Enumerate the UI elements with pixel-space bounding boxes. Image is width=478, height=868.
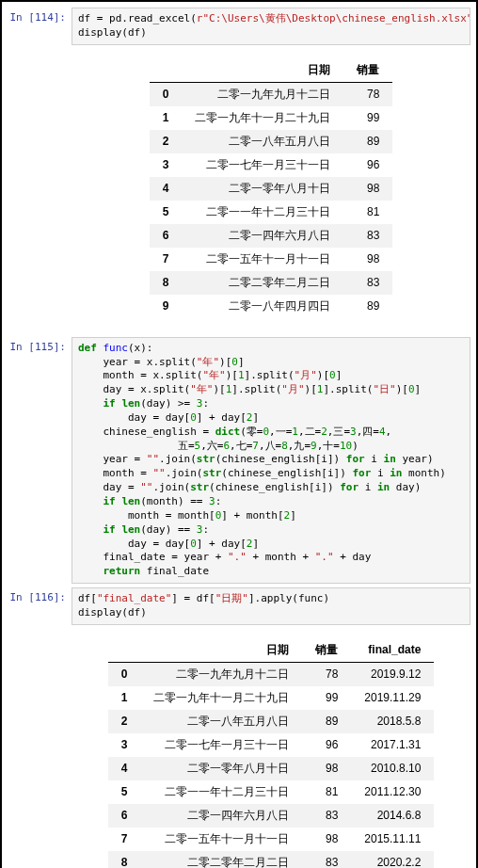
code-text: if <box>104 397 116 410</box>
cell-val: 96 <box>302 733 351 757</box>
code-text: ] + month[ <box>221 509 283 522</box>
code-text: 3 <box>209 495 215 507</box>
code-text: ,九= <box>288 440 311 452</box>
code-text: for <box>346 453 365 465</box>
table-row: 1二零一九年十一月二十九日992019.11.29 <box>108 686 435 710</box>
code-text <box>78 565 104 577</box>
cell-date: 二零一零年八月十日 <box>140 757 302 780</box>
table-row: 2二零一八年五月八日892018.5.8 <box>108 710 435 733</box>
code-text: len <box>121 523 140 536</box>
prompt-in-115: In [115]: <box>8 337 72 353</box>
cell-final-date: 2014.6.8 <box>351 804 434 828</box>
cell-final-date: 2019.9.12 <box>351 662 434 686</box>
cell-date: 二零一四年六月八日 <box>140 804 302 828</box>
table-header-index <box>150 58 183 83</box>
cell-date: 二零一四年六月八日 <box>182 224 343 248</box>
code-text: 8 <box>281 440 288 452</box>
code-text: ].split( <box>245 369 295 381</box>
cell-date: 二零一九年九月十二日 <box>182 82 343 106</box>
cell-date: 二零一五年十一月十一日 <box>140 828 302 851</box>
cell-val: 98 <box>343 177 392 201</box>
code-text: (month) == <box>140 495 209 507</box>
code-text: ] <box>415 383 422 395</box>
code-text: )[ <box>226 369 238 381</box>
code-text <box>78 523 104 536</box>
code-text: ,一= <box>269 426 292 438</box>
cell-116-input: In [116]: df["final_date"] = df["日期"].ap… <box>2 586 476 627</box>
code-text: "." <box>315 551 334 563</box>
code-text: 五= <box>78 440 195 452</box>
code-text: ] = df[ <box>171 592 215 604</box>
code-text: for <box>340 481 358 493</box>
row-index: 1 <box>150 106 183 130</box>
table-row: 5二零一一年十二月三十日81 <box>150 201 393 224</box>
code-text: year) <box>396 453 434 465</box>
code-text: str <box>197 453 215 465</box>
code-text: display(df) <box>78 606 147 619</box>
table-header-val: 销量 <box>343 58 392 83</box>
cell-val: 89 <box>343 130 392 153</box>
code-text: 9 <box>311 440 317 452</box>
cell-date: 二零一九年九月十二日 <box>140 662 302 686</box>
row-index: 4 <box>108 757 141 780</box>
code-text: ] <box>252 411 259 424</box>
cell-date: 二零一一年十二月三十日 <box>182 201 343 224</box>
row-index: 2 <box>108 710 141 733</box>
cell-final-date: 2017.1.31 <box>351 733 434 757</box>
row-index: 3 <box>150 153 183 177</box>
cell-date: 二零一七年一月三十一日 <box>182 153 343 177</box>
code-text: "月" <box>295 369 317 381</box>
code-text: for <box>352 467 371 479</box>
code-input-115[interactable]: def func(x): year = x.split("年")[0] mont… <box>72 337 470 584</box>
code-text: "月" <box>281 383 304 395</box>
code-text: (day) >= <box>140 397 197 410</box>
code-text: day = day[ <box>78 538 190 550</box>
code-text: )[ <box>305 383 317 395</box>
cell-val: 98 <box>302 757 351 780</box>
code-text: ] <box>252 538 259 550</box>
table-row: 0二零一九年九月十二日782019.9.12 <box>108 662 435 686</box>
code-text: month = x.split( <box>78 369 202 381</box>
code-text: day) <box>390 481 421 493</box>
cell-date: 二零一八年五月八日 <box>140 710 302 733</box>
cell-final-date: 2010.8.10 <box>351 757 434 780</box>
row-index: 7 <box>108 828 141 851</box>
code-text: month = month[ <box>78 509 215 522</box>
row-index: 5 <box>108 780 141 804</box>
cell-final-date: 2015.11.11 <box>351 828 434 851</box>
row-index: 1 <box>108 686 141 710</box>
code-text: "年" <box>197 356 219 368</box>
code-text <box>97 342 104 354</box>
code-text: + month + <box>247 551 315 563</box>
cell-val: 83 <box>302 851 351 868</box>
code-text <box>78 397 104 410</box>
code-text <box>78 495 104 507</box>
notebook-page: In [114]: df = pd.read_excel(r"C:\Users\… <box>0 0 478 868</box>
code-text: in <box>377 481 390 493</box>
code-text: day = x.split( <box>78 383 190 395</box>
cell-116-output: 日期 销量 final_date 0二零一九年九月十二日782019.9.12 … <box>2 627 476 868</box>
row-index: 8 <box>150 271 183 295</box>
table-row: 6二零一四年六月八日832014.6.8 <box>108 804 435 828</box>
table-row: 3二零一七年一月三十一日962017.1.31 <box>108 733 435 757</box>
code-text: 0 <box>231 356 238 368</box>
code-text: ] <box>290 509 296 522</box>
code-text: : <box>202 523 209 536</box>
code-input-114[interactable]: df = pd.read_excel(r"C:\Users\黄伟\Desktop… <box>72 8 470 45</box>
cell-114-output: 日期 销量 0二零一九年九月十二日78 1二零一九年十一月二十九日99 2二零一… <box>2 47 476 335</box>
code-text: "." <box>228 551 247 563</box>
cell-date: 二零一八年四月四日 <box>182 295 343 318</box>
code-text: )[ <box>213 383 225 395</box>
code-text: 1 <box>238 369 245 381</box>
code-text: "C:\Users\黄伟\Desktop\chinese_english.xls… <box>202 12 470 24</box>
code-text: ,四= <box>357 426 379 438</box>
row-index: 7 <box>150 248 183 271</box>
code-input-116[interactable]: df["final_date"] = df["日期"].apply(func) … <box>72 587 470 625</box>
code-text: )[ <box>219 356 231 368</box>
code-text: 2 <box>321 426 327 438</box>
code-text: year = <box>78 453 147 465</box>
cell-final-date: 2020.2.2 <box>351 851 434 868</box>
code-text: i <box>365 453 384 465</box>
table-row: 7二零一五年十一月十一日98 <box>150 248 393 271</box>
table-row: 0二零一九年九月十二日78 <box>150 82 393 106</box>
